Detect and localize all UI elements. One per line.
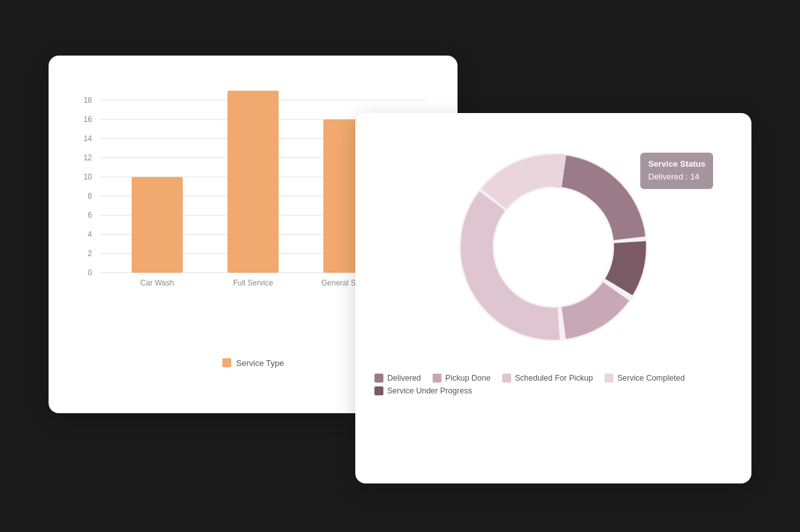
legend-pickup-done: Pickup Done xyxy=(433,374,491,383)
svg-text:8: 8 xyxy=(88,192,92,201)
svg-text:12: 12 xyxy=(84,153,93,162)
svg-text:10: 10 xyxy=(84,172,93,181)
svg-text:0: 0 xyxy=(88,268,92,277)
legend-under-progress-label: Service Under Progress xyxy=(387,386,472,395)
svg-text:Full Service: Full Service xyxy=(233,278,273,287)
charts-container: 18 16 14 12 10 8 6 4 2 0 xyxy=(49,36,751,496)
legend-under-progress: Service Under Progress xyxy=(374,386,472,395)
bar-car-wash xyxy=(132,177,183,273)
svg-text:Car Wash: Car Wash xyxy=(141,278,174,287)
svg-text:14: 14 xyxy=(84,134,93,143)
legend-completed-label: Service Completed xyxy=(617,374,685,383)
bar-legend-color xyxy=(222,358,231,367)
donut-chart-area: Service Status Delivered : 14 xyxy=(368,126,739,369)
donut-center xyxy=(496,190,611,305)
legend-scheduled-label: Scheduled For Pickup xyxy=(515,374,593,383)
svg-text:6: 6 xyxy=(88,211,92,220)
bar-legend-label: Service Type xyxy=(236,358,284,368)
legend-scheduled: Scheduled For Pickup xyxy=(502,374,593,383)
donut-svg xyxy=(445,139,662,356)
legend-completed: Service Completed xyxy=(604,374,685,383)
svg-text:4: 4 xyxy=(88,230,92,239)
legend-pickup-done-label: Pickup Done xyxy=(445,374,491,383)
legend-delivered: Delivered xyxy=(374,374,421,383)
legend-under-progress-color xyxy=(374,386,383,395)
legend-completed-color xyxy=(604,374,613,383)
legend-scheduled-color xyxy=(502,374,511,383)
svg-text:18: 18 xyxy=(84,96,93,105)
donut-chart-card: Service Status Delivered : 14 Delivered … xyxy=(355,113,751,483)
legend-delivered-color xyxy=(374,374,383,383)
donut-legend: Delivered Pickup Done Scheduled For Pick… xyxy=(368,374,739,395)
svg-text:16: 16 xyxy=(84,115,93,124)
legend-pickup-done-color xyxy=(433,374,442,383)
svg-text:2: 2 xyxy=(88,249,92,258)
legend-delivered-label: Delivered xyxy=(387,374,421,383)
bar-full-service xyxy=(227,91,279,273)
